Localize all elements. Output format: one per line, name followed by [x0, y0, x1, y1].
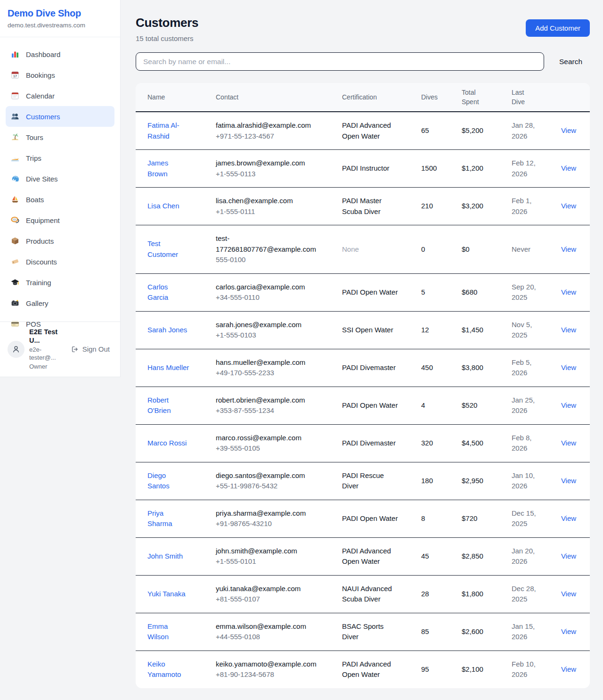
- sidebar-item-bookings[interactable]: 17 Bookings: [6, 65, 114, 85]
- table-header-row: NameContactCertificationDivesTotal Spent…: [136, 83, 590, 112]
- customer-phone: +353-87-555-1234: [216, 405, 320, 416]
- table-row: Test Customer test-1772681807767@example…: [136, 225, 590, 274]
- customer-name-link[interactable]: Test Customer: [147, 239, 178, 258]
- add-customer-button[interactable]: Add Customer: [526, 19, 590, 37]
- search-input[interactable]: [136, 52, 544, 71]
- shop-domain: demo.test.divestreams.com: [8, 22, 113, 29]
- sidebar-item-boats[interactable]: Boats: [6, 189, 114, 210]
- view-link[interactable]: View: [561, 477, 576, 485]
- shop-title: Demo Dive Shop: [8, 8, 113, 19]
- view-link[interactable]: View: [561, 288, 576, 296]
- user-role: Owner: [29, 363, 63, 371]
- sign-out-label: Sign Out: [82, 345, 110, 353]
- person-icon: [11, 344, 21, 354]
- customer-last-dive: Feb 8, 2026: [512, 433, 559, 454]
- table-row: Hans Mueller hans.mueller@example.com +4…: [136, 349, 590, 387]
- view-link[interactable]: View: [561, 439, 576, 447]
- customer-name-link[interactable]: Keiko Yamamoto: [147, 660, 181, 679]
- sidebar-item-tours[interactable]: Tours: [6, 127, 114, 148]
- sidebar-item-products[interactable]: Products: [6, 231, 114, 251]
- customer-certification: PADI Divemaster: [342, 362, 421, 373]
- customer-name-link[interactable]: Emma Wilson: [147, 622, 169, 641]
- search-row: Search: [136, 52, 590, 71]
- sidebar-item-dive-sites[interactable]: Dive Sites: [6, 168, 114, 189]
- search-button[interactable]: Search: [554, 55, 587, 69]
- customer-name-link[interactable]: James Brown: [147, 159, 168, 178]
- customer-name-link[interactable]: Hans Mueller: [147, 363, 189, 371]
- view-link[interactable]: View: [561, 164, 576, 172]
- sidebar-item-customers[interactable]: Customers: [6, 106, 114, 127]
- customer-phone: +1-555-0111: [216, 206, 320, 217]
- customer-phone: +44-555-0108: [216, 632, 320, 642]
- customer-last-dive: Feb 1, 2026: [512, 196, 559, 217]
- view-link[interactable]: View: [561, 665, 576, 673]
- customer-certification: PADI Instructor: [342, 163, 421, 174]
- sidebar-item-calendar[interactable]: Calendar: [6, 85, 114, 106]
- graduation-cap-icon: [10, 278, 20, 287]
- price-tag-icon: [10, 257, 20, 266]
- customer-total-spent: $3,200: [462, 201, 512, 212]
- customer-email: james.brown@example.com: [216, 158, 320, 169]
- view-link[interactable]: View: [561, 202, 576, 210]
- customer-phone: +34-555-0110: [216, 292, 320, 303]
- sidebar-item-trips[interactable]: Trips: [6, 148, 114, 168]
- customer-name-link[interactable]: Marco Rossi: [147, 439, 187, 447]
- sidebar-item-label: Customers: [26, 113, 60, 121]
- customer-total-spent: $680: [462, 287, 512, 298]
- customer-name-link[interactable]: John Smith: [147, 552, 183, 560]
- customer-name-link[interactable]: Robert O'Brien: [147, 396, 171, 415]
- sidebar-item-discounts[interactable]: Discounts: [6, 251, 114, 272]
- view-link[interactable]: View: [561, 401, 576, 409]
- sidebar-item-gallery[interactable]: Gallery: [6, 293, 114, 313]
- customer-phone: +91-98765-43210: [216, 519, 320, 529]
- customer-email: carlos.garcia@example.com: [216, 282, 320, 293]
- view-link[interactable]: View: [561, 363, 576, 371]
- sidebar-item-equipment[interactable]: Equipment: [6, 210, 114, 231]
- column-header-name: Name: [147, 92, 216, 102]
- customer-phone: +49-170-555-2233: [216, 368, 320, 379]
- customer-certification: PADI Rescue Diver: [342, 470, 421, 492]
- customer-certification: NAUI Advanced Scuba Diver: [342, 584, 421, 605]
- customer-email: john.smith@example.com: [216, 546, 320, 557]
- customer-name-link[interactable]: Lisa Chen: [147, 202, 179, 210]
- customer-name-link[interactable]: Carlos Garcia: [147, 283, 168, 302]
- column-header-dives: Dives: [421, 92, 462, 102]
- customer-total-spent: $1,200: [462, 163, 512, 174]
- customer-name-link[interactable]: Fatima Al-Rashid: [147, 121, 179, 140]
- customer-name-link[interactable]: Priya Sharma: [147, 509, 172, 528]
- view-link[interactable]: View: [561, 627, 576, 635]
- customer-total-spent: $0: [462, 244, 512, 255]
- table-row: Carlos Garcia carlos.garcia@example.com …: [136, 274, 590, 312]
- customer-name-link[interactable]: Diego Santos: [147, 471, 170, 490]
- customer-total-spent: $2,600: [462, 626, 512, 637]
- table-row: Yuki Tanaka yuki.tanaka@example.com +81-…: [136, 576, 590, 613]
- customer-dives: 1500: [421, 163, 462, 174]
- customer-name-link[interactable]: Sarah Jones: [147, 326, 187, 334]
- avatar: [8, 341, 24, 358]
- customer-phone: +1-555-0103: [216, 330, 320, 341]
- customer-last-dive: Jan 25, 2026: [512, 395, 559, 416]
- customer-last-dive: Jan 28, 2026: [512, 120, 559, 141]
- customer-last-dive: Feb 5, 2026: [512, 357, 559, 379]
- view-link[interactable]: View: [561, 514, 576, 522]
- column-header-contact: Contact: [216, 92, 342, 102]
- view-link[interactable]: View: [561, 590, 576, 598]
- view-link[interactable]: View: [561, 326, 576, 334]
- calendar-icon: [10, 91, 20, 100]
- sidebar: Demo Dive Shop demo.test.divestreams.com…: [0, 0, 121, 377]
- customer-last-dive: Feb 10, 2026: [512, 659, 559, 680]
- view-link[interactable]: View: [561, 245, 576, 253]
- sign-out-button[interactable]: Sign Out: [68, 345, 113, 354]
- customer-phone: +1-555-0113: [216, 169, 320, 180]
- view-link[interactable]: View: [561, 126, 576, 134]
- customer-last-dive: Feb 12, 2026: [512, 158, 559, 179]
- svg-text:17: 17: [13, 74, 17, 78]
- customer-certification: PADI Open Water: [342, 400, 421, 411]
- sidebar-item-training[interactable]: Training: [6, 272, 114, 293]
- customer-name-link[interactable]: Yuki Tanaka: [147, 590, 186, 598]
- sidebar-item-dashboard[interactable]: Dashboard: [6, 44, 114, 65]
- view-link[interactable]: View: [561, 552, 576, 560]
- customer-total-spent: $1,800: [462, 589, 512, 600]
- customer-last-dive: Dec 15, 2025: [512, 508, 559, 529]
- customer-email: diego.santos@example.com: [216, 470, 320, 481]
